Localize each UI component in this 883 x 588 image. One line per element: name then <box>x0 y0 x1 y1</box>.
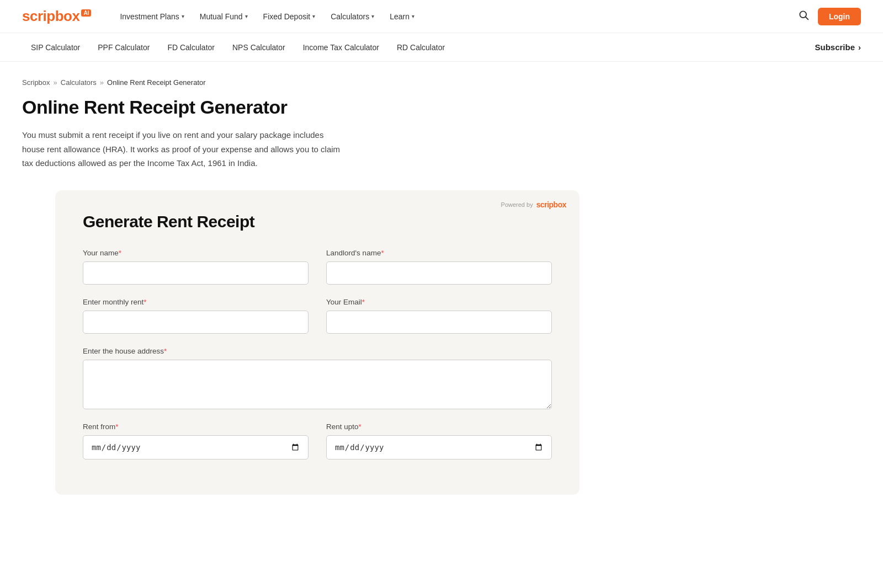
top-nav: scripbox AI Investment Plans ▾ Mutual Fu… <box>0 0 883 33</box>
rent-from-input[interactable] <box>83 435 308 459</box>
form-group-rent-upto: Rent upto* <box>326 423 552 459</box>
chevron-down-icon: ▾ <box>412 13 414 19</box>
breadcrumb-separator-1: » <box>54 78 57 87</box>
form-container: Powered by scripbox Generate Rent Receip… <box>55 190 579 495</box>
powered-by-brand: scripbox <box>536 200 566 209</box>
form-row-1: Your name* Landlord's name* <box>83 249 552 285</box>
email-label: Your Email* <box>326 298 552 306</box>
search-icon[interactable] <box>798 9 809 23</box>
form-group-landlord-name: Landlord's name* <box>326 249 552 285</box>
nav-items: Investment Plans ▾ Mutual Fund ▾ Fixed D… <box>113 8 798 25</box>
breadcrumb: Scripbox » Calculators » Online Rent Rec… <box>22 78 640 87</box>
powered-by-label: Powered by <box>501 201 533 208</box>
form-title: Generate Rent Receipt <box>83 212 552 231</box>
required-star: * <box>164 347 167 355</box>
breadcrumb-separator-2: » <box>100 78 104 87</box>
page-title: Online Rent Receipt Generator <box>22 97 640 118</box>
your-name-input[interactable] <box>83 261 308 285</box>
form-group-rent-from: Rent from* <box>83 423 308 459</box>
house-address-label: Enter the house address* <box>83 347 552 355</box>
nav-item-calculators[interactable]: Calculators ▾ <box>324 8 381 25</box>
sub-nav-fd-calculator[interactable]: FD Calculator <box>158 39 224 56</box>
required-star: * <box>115 423 118 431</box>
page-description: You must submit a rent receipt if you li… <box>22 128 342 170</box>
form-group-your-name: Your name* <box>83 249 308 285</box>
house-address-input[interactable] <box>83 360 552 409</box>
rent-upto-input[interactable] <box>326 435 552 459</box>
required-star: * <box>119 249 121 257</box>
sub-nav-nps-calculator[interactable]: NPS Calculator <box>224 39 294 56</box>
sub-nav-ppf-calculator[interactable]: PPF Calculator <box>89 39 158 56</box>
form-group-email: Your Email* <box>326 298 552 334</box>
logo-text: scripbox <box>22 8 79 25</box>
breadcrumb-calculators[interactable]: Calculators <box>61 78 97 87</box>
landlord-name-label: Landlord's name* <box>326 249 552 257</box>
subscribe-arrow-icon: › <box>858 42 861 52</box>
nav-item-learn[interactable]: Learn ▾ <box>383 8 421 25</box>
sub-nav-income-tax-calculator[interactable]: Income Tax Calculator <box>294 39 388 56</box>
logo[interactable]: scripbox AI <box>22 8 91 25</box>
chevron-down-icon: ▾ <box>182 13 184 19</box>
nav-label-mutual-fund: Mutual Fund <box>200 12 243 21</box>
required-star: * <box>359 423 361 431</box>
breadcrumb-scripbox[interactable]: Scripbox <box>22 78 50 87</box>
your-name-label: Your name* <box>83 249 308 257</box>
landlord-name-input[interactable] <box>326 261 552 285</box>
monthly-rent-label: Enter monthly rent* <box>83 298 308 306</box>
rent-from-label: Rent from* <box>83 423 308 431</box>
form-row-address: Enter the house address* <box>83 347 552 409</box>
required-star: * <box>362 298 365 306</box>
form-row-rent-dates: Rent from* Rent upto* <box>83 423 552 459</box>
nav-item-fixed-deposit[interactable]: Fixed Deposit ▾ <box>257 8 322 25</box>
rent-upto-label: Rent upto* <box>326 423 552 431</box>
powered-by: Powered by scripbox <box>501 200 566 209</box>
nav-item-investment-plans[interactable]: Investment Plans ▾ <box>113 8 190 25</box>
nav-label-fixed-deposit: Fixed Deposit <box>263 12 311 21</box>
nav-label-investment-plans: Investment Plans <box>120 12 179 21</box>
monthly-rent-input[interactable] <box>83 311 308 334</box>
required-star: * <box>143 298 146 306</box>
nav-label-learn: Learn <box>390 12 409 21</box>
form-group-monthly-rent: Enter monthly rent* <box>83 298 308 334</box>
sub-nav-rd-calculator[interactable]: RD Calculator <box>388 39 454 56</box>
chevron-down-icon: ▾ <box>245 13 248 19</box>
form-row-2: Enter monthly rent* Your Email* <box>83 298 552 334</box>
sub-nav-sip-calculator[interactable]: SIP Calculator <box>22 39 89 56</box>
nav-right: Login <box>798 8 861 25</box>
chevron-down-icon: ▾ <box>312 13 315 19</box>
sub-nav: SIP Calculator PPF Calculator FD Calcula… <box>0 33 883 62</box>
required-star: * <box>381 249 384 257</box>
nav-item-mutual-fund[interactable]: Mutual Fund ▾ <box>193 8 254 25</box>
main-content: Scripbox » Calculators » Online Rent Rec… <box>0 62 662 511</box>
subscribe-link[interactable]: Subscribe › <box>815 42 861 52</box>
email-input[interactable] <box>326 311 552 334</box>
login-button[interactable]: Login <box>818 8 861 25</box>
subscribe-label: Subscribe <box>815 42 855 52</box>
nav-label-calculators: Calculators <box>331 12 369 21</box>
chevron-down-icon: ▾ <box>371 13 374 19</box>
logo-badge: AI <box>81 9 91 17</box>
svg-line-1 <box>806 17 808 20</box>
form-group-house-address: Enter the house address* <box>83 347 552 409</box>
breadcrumb-current: Online Rent Receipt Generator <box>107 78 205 87</box>
